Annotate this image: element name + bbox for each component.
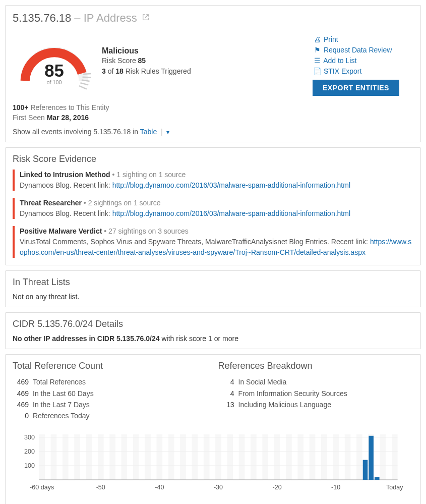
svg-rect-13	[133, 434, 139, 480]
svg-rect-25	[274, 434, 280, 480]
refs-label: References to This Entity	[30, 103, 109, 111]
reference-summary: 100+ References to This Entity First See…	[13, 103, 413, 123]
export-entities-button[interactable]: EXPORT ENTITIES	[313, 80, 399, 96]
threat-lists-title: In Threat Lists	[13, 277, 413, 288]
svg-text:-40: -40	[155, 484, 164, 491]
stat-label: From Information Security Sources	[238, 388, 347, 399]
svg-rect-34	[380, 434, 386, 480]
add-to-list-link[interactable]: ☰ Add to List	[313, 55, 413, 66]
evidence-source-0: Dynamoos Blog. Recent link:	[20, 181, 110, 189]
print-link[interactable]: 🖨 Print	[313, 34, 413, 45]
svg-line-3	[83, 77, 91, 78]
stat-label: In the Last 7 Days	[33, 399, 90, 410]
evidence-card: Risk Score Evidence Linked to Intrusion …	[5, 147, 421, 265]
svg-rect-26	[286, 434, 292, 480]
cidr-title: CIDR 5.135.76.0/24 Details	[13, 319, 413, 329]
evidence-link-1[interactable]: http://blog.dynamoo.com/2016/03/malware-…	[112, 209, 350, 217]
svg-text:-30: -30	[214, 484, 223, 491]
svg-rect-27	[297, 434, 303, 480]
stat-label: Including Malicious Language	[238, 399, 331, 410]
stat-num: 4	[218, 388, 234, 399]
evidence-sightings-1: 2 sightings on 1 source	[88, 199, 161, 207]
evidence-sightings-2: 27 sightings on 3 sources	[108, 227, 189, 235]
right-title: References Breakdown	[218, 361, 414, 371]
show-events-row: Show all events involving 5.135.76.18 in…	[13, 128, 413, 136]
rules-total: 18	[115, 67, 124, 75]
cidr-body: No other IP addresses in CIDR 5.135.76.0…	[13, 334, 413, 343]
risk-gauge: 85 of 100	[13, 34, 96, 91]
svg-rect-7	[63, 434, 69, 480]
request-review-link[interactable]: ⚑ Request Data Review	[313, 45, 413, 55]
svg-text:Today: Today	[386, 484, 403, 491]
show-events-link[interactable]: Table	[140, 128, 157, 136]
stat-row: 469In the Last 60 Days	[13, 388, 208, 399]
svg-rect-23	[251, 434, 257, 480]
svg-rect-24	[262, 434, 268, 480]
stat-num: 469	[13, 388, 29, 399]
svg-text:-60 days: -60 days	[30, 484, 54, 491]
stat-row: 4In Social Media	[218, 376, 414, 387]
total-reference-count: Total Reference Count 469Total Reference…	[13, 361, 208, 422]
threat-lists-card: In Threat Lists Not on any threat list.	[5, 270, 421, 307]
references-card: Total Reference Count 469Total Reference…	[5, 354, 421, 504]
svg-text:-10: -10	[331, 484, 340, 491]
stat-label: In the Last 60 Days	[33, 388, 94, 399]
references-breakdown: References Breakdown 4In Social Media 4F…	[218, 361, 414, 422]
stat-row: 0References Today	[13, 410, 208, 421]
risk-score-value: 85	[138, 57, 146, 65]
cidr-body-bold: No other IP addresses in CIDR 5.135.76.0…	[13, 334, 160, 343]
evidence-link-0[interactable]: http://blog.dynamoo.com/2016/03/malware-…	[112, 181, 350, 189]
print-label: Print	[324, 35, 338, 43]
stat-num: 469	[13, 399, 29, 410]
svg-rect-18	[192, 434, 198, 480]
print-icon: 🖨	[313, 34, 322, 45]
evidence-item: Positive Malware Verdict • 27 sightings …	[13, 226, 413, 258]
evidence-title: Risk Score Evidence	[13, 154, 413, 164]
evidence-title-1: Threat Researcher	[20, 199, 82, 207]
evidence-source-1: Dynamoos Blog. Recent link:	[20, 209, 110, 217]
svg-rect-31	[345, 434, 351, 480]
stat-label: Total References	[33, 376, 86, 387]
svg-text:300: 300	[24, 434, 35, 441]
chevron-down-icon[interactable]: ▾	[166, 129, 169, 136]
svg-rect-5	[39, 434, 45, 480]
svg-rect-15	[157, 434, 163, 480]
risk-metadata: Malicious Risk Score 85 3 of 18 Risk Rul…	[102, 34, 307, 77]
svg-rect-29	[321, 434, 327, 480]
svg-text:200: 200	[24, 448, 35, 455]
svg-rect-9	[86, 434, 92, 480]
external-link-icon[interactable]	[142, 14, 149, 23]
svg-rect-35	[392, 434, 398, 480]
add-to-list-label: Add to List	[323, 57, 356, 65]
svg-text:-50: -50	[96, 484, 105, 491]
stat-row: 4From Information Security Sources	[218, 388, 414, 399]
stat-row: 469Total References	[13, 376, 208, 387]
evidence-item: Linked to Intrusion Method • 1 sighting …	[13, 170, 413, 191]
flag-icon: ⚑	[313, 45, 322, 55]
svg-rect-43	[363, 460, 368, 479]
cidr-card: CIDR 5.135.76.0/24 Details No other IP a…	[5, 312, 421, 349]
stix-export-link[interactable]: 📄 STIX Export	[313, 66, 413, 77]
svg-rect-30	[333, 434, 339, 480]
left-title: Total Reference Count	[13, 361, 208, 371]
reference-chart: 100200300-60 days-50-40-30-20-10Today	[13, 432, 413, 494]
stix-export-label: STIX Export	[324, 67, 361, 75]
stat-row: 469In the Last 7 Days	[13, 399, 208, 410]
svg-line-0	[79, 86, 87, 89]
evidence-title-2: Positive Malware Verdict	[20, 227, 102, 235]
list-icon: ☰	[313, 55, 322, 66]
gauge-score: 85	[44, 61, 64, 80]
rules-of-word: of	[108, 67, 114, 75]
file-icon: 📄	[313, 66, 322, 77]
stat-label: References Today	[33, 410, 90, 421]
svg-rect-8	[74, 434, 80, 480]
stat-row: 13Including Malicious Language	[218, 399, 414, 410]
cidr-body-rest: with risk score 1 or more	[160, 334, 238, 343]
stat-num: 4	[218, 376, 234, 387]
svg-rect-21	[227, 434, 233, 480]
header-card: 5.135.76.18 – IP Address 85 of 100	[5, 5, 421, 142]
svg-line-1	[80, 83, 88, 85]
first-seen-value: Mar 28, 2016	[47, 114, 89, 122]
svg-rect-10	[98, 434, 104, 480]
svg-rect-44	[369, 436, 374, 480]
